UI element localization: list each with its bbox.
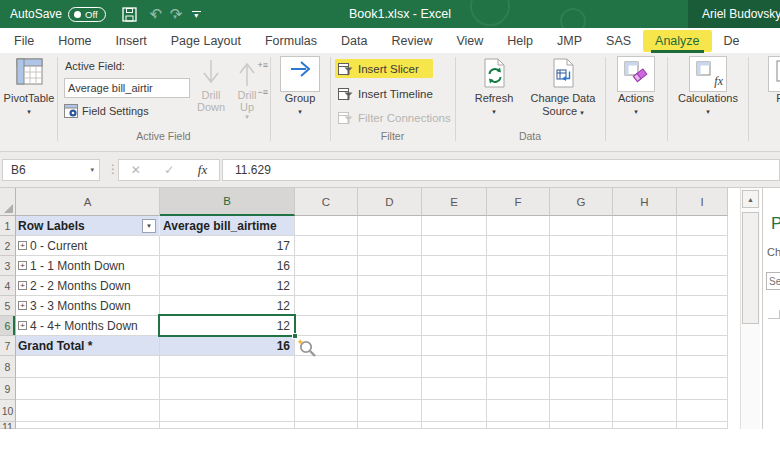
cell-a8[interactable]: [16, 356, 160, 378]
row-header-2[interactable]: 2: [0, 236, 16, 256]
expand-item-icon[interactable]: +: [18, 301, 27, 310]
scroll-up-button[interactable]: ▲: [742, 190, 759, 208]
name-box[interactable]: B6 ▾: [2, 159, 100, 181]
vertical-scrollbar[interactable]: ▲: [740, 188, 760, 429]
row-header-11[interactable]: 11: [0, 422, 16, 429]
cell-b6-selected[interactable]: 12: [160, 316, 295, 336]
empty-cells[interactable]: [295, 216, 728, 236]
cell-a5[interactable]: +3 - 3 Months Down: [16, 296, 160, 316]
expand-field-button[interactable]: +≡: [257, 61, 268, 70]
cell-a9[interactable]: [16, 378, 160, 400]
tab-help[interactable]: Help: [495, 30, 545, 52]
empty-cells[interactable]: [295, 316, 728, 336]
column-header-b-selected[interactable]: B: [160, 188, 295, 216]
column-header-e[interactable]: E: [422, 188, 487, 216]
column-header-h[interactable]: H: [613, 188, 677, 216]
refresh-button[interactable]: Refresh ▾: [467, 56, 521, 116]
tab-data[interactable]: Data: [329, 30, 379, 52]
expand-item-icon[interactable]: +: [18, 321, 27, 330]
actions-button[interactable]: Actions ▾: [610, 56, 662, 116]
cell-a10[interactable]: [16, 400, 160, 422]
column-header-i[interactable]: I: [677, 188, 728, 216]
cancel-entry-button[interactable]: ✕: [131, 163, 141, 177]
cell-a1-row-labels[interactable]: Row Labels ▼: [16, 216, 160, 236]
empty-cells[interactable]: [295, 336, 728, 356]
undo-button[interactable]: ↶▾: [150, 5, 157, 23]
empty-cells[interactable]: [295, 236, 728, 256]
tab-formulas[interactable]: Formulas: [253, 30, 329, 52]
cell-b4[interactable]: 12: [160, 276, 295, 296]
change-data-source-button[interactable]: Change Data Source ▾: [523, 56, 603, 119]
tab-view[interactable]: View: [444, 30, 495, 52]
cell-b7-grand-total-value[interactable]: 16: [160, 336, 295, 356]
cell-b10[interactable]: [160, 400, 295, 422]
select-all-button[interactable]: [0, 188, 16, 216]
row-header-4[interactable]: 4: [0, 276, 16, 296]
name-box-caret-icon[interactable]: ▾: [90, 166, 94, 174]
row-header-5[interactable]: 5: [0, 296, 16, 316]
expand-item-icon[interactable]: +: [18, 241, 27, 250]
autosave-pill[interactable]: Off: [68, 7, 106, 22]
scrollbar-thumb[interactable]: [742, 212, 759, 324]
cell-b3[interactable]: 16: [160, 256, 295, 276]
column-header-g[interactable]: G: [550, 188, 613, 216]
empty-cells[interactable]: [295, 400, 728, 422]
tab-file[interactable]: File: [2, 30, 46, 52]
cell-a4[interactable]: +2 - 2 Months Down: [16, 276, 160, 296]
row-header-10[interactable]: 10: [0, 400, 16, 422]
calculations-button[interactable]: fx Calculations ▾: [675, 56, 741, 116]
cell-b2[interactable]: 17: [160, 236, 295, 256]
active-field-input[interactable]: [64, 78, 190, 98]
tab-design-partial[interactable]: De: [712, 30, 752, 52]
tab-insert[interactable]: Insert: [104, 30, 159, 52]
quick-explore-button[interactable]: [297, 338, 317, 358]
insert-function-button[interactable]: fx: [198, 162, 207, 178]
column-header-c[interactable]: C: [295, 188, 358, 216]
save-button[interactable]: [122, 7, 137, 22]
drill-down-button-disabled[interactable]: Drill Down: [193, 57, 229, 113]
empty-cells[interactable]: [295, 422, 728, 429]
empty-cells[interactable]: [295, 276, 728, 296]
filter-connections-button-disabled[interactable]: Filter Connections: [338, 110, 451, 125]
row-labels-filter-button[interactable]: ▼: [142, 219, 156, 233]
user-account[interactable]: Ariel Budovsky: [688, 0, 780, 28]
column-header-d[interactable]: D: [358, 188, 422, 216]
redo-button[interactable]: ↷▾: [170, 5, 177, 23]
empty-cells[interactable]: [295, 296, 728, 316]
cell-b5[interactable]: 12: [160, 296, 295, 316]
tab-home[interactable]: Home: [46, 30, 103, 52]
cell-a7-grand-total[interactable]: Grand Total *: [16, 336, 160, 356]
tab-analyze-active[interactable]: Analyze: [643, 30, 711, 52]
row-header-9[interactable]: 9: [0, 378, 16, 400]
insert-timeline-button[interactable]: Insert Timeline: [338, 86, 433, 101]
cell-a6[interactable]: +4 - 4+ Months Down: [16, 316, 160, 336]
row-header-8[interactable]: 8: [0, 356, 16, 378]
expand-item-icon[interactable]: +: [18, 261, 27, 270]
cell-a2[interactable]: +0 - Current: [16, 236, 160, 256]
tab-sas[interactable]: SAS: [594, 30, 643, 52]
autosave-toggle[interactable]: AutoSave Off: [10, 7, 106, 22]
cell-b11[interactable]: [160, 422, 295, 429]
tab-review[interactable]: Review: [379, 30, 444, 52]
cell-b8[interactable]: [160, 356, 295, 378]
tab-jmp[interactable]: JMP: [545, 30, 594, 52]
empty-cells[interactable]: [295, 378, 728, 400]
expand-item-icon[interactable]: +: [18, 281, 27, 290]
column-header-a[interactable]: A: [16, 188, 160, 216]
customize-qat-button[interactable]: ▾: [192, 11, 201, 18]
collapse-field-button[interactable]: −≡: [257, 88, 268, 97]
cell-b1-value-header[interactable]: Average bill_airtime: [160, 216, 295, 236]
formula-input[interactable]: 11.629: [222, 159, 780, 181]
field-settings-button[interactable]: Field Settings: [64, 104, 149, 118]
pivottable-button[interactable]: PivotTable ▾: [2, 56, 56, 116]
group-button[interactable]: Group ▾: [277, 56, 323, 116]
cell-a3[interactable]: +1 - 1 Month Down: [16, 256, 160, 276]
row-header-6-selected[interactable]: 6: [0, 316, 16, 336]
confirm-entry-button[interactable]: ✓: [164, 163, 174, 177]
insert-slicer-button[interactable]: Insert Slicer: [335, 59, 433, 78]
pane-search-input-partial[interactable]: Se: [766, 272, 780, 290]
row-header-7[interactable]: 7: [0, 336, 16, 356]
column-header-f[interactable]: F: [487, 188, 550, 216]
row-header-3[interactable]: 3: [0, 256, 16, 276]
cell-a11[interactable]: [16, 422, 160, 429]
